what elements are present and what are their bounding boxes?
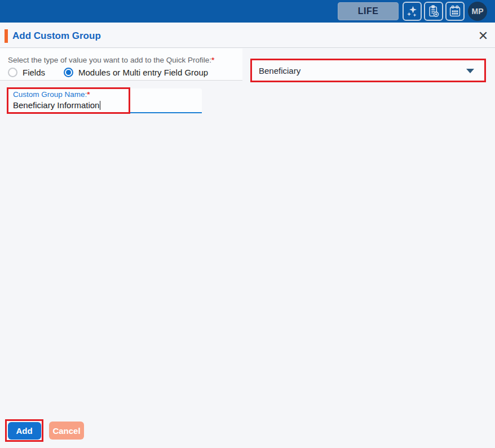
sparkles-button[interactable] — [403, 2, 422, 21]
clipboard-add-button[interactable] — [424, 2, 443, 21]
user-avatar[interactable]: MP — [468, 2, 487, 21]
title-accent-bar — [5, 29, 8, 43]
module-dropdown[interactable]: Beneficiary — [252, 60, 484, 81]
life-product-button[interactable]: LIFE — [338, 2, 399, 20]
group-name-value[interactable]: Beneficiary Information — [13, 100, 100, 110]
value-type-radio-group: Fields Modules or Multi entry Field Grou… — [8, 68, 208, 77]
add-button[interactable]: Add — [8, 422, 41, 440]
radio-modules-label: Modules or Multi entry Field Group — [78, 68, 208, 77]
module-dropdown-value: Beneficiary — [259, 66, 300, 76]
add-custom-group-page: LIFE — [0, 0, 495, 448]
page-title: Add Custom Group — [12, 29, 101, 43]
add-button-highlight: Add — [5, 419, 43, 442]
radio-fields[interactable]: Fields — [8, 68, 45, 77]
clipboard-add-icon — [426, 4, 441, 19]
value-type-label-text: Select the type of value you want to add… — [8, 56, 211, 64]
dialog-header: Add Custom Group ✕ — [0, 23, 495, 48]
required-asterisk: * — [211, 56, 214, 64]
module-dropdown-highlight: Beneficiary — [250, 59, 486, 82]
group-name-label: Custom Group Name:* — [13, 90, 90, 99]
calendar-button[interactable] — [445, 2, 465, 21]
chevron-down-icon — [466, 69, 474, 73]
close-icon[interactable]: ✕ — [476, 29, 490, 43]
text-cursor — [100, 101, 100, 110]
required-asterisk: * — [87, 90, 90, 99]
sparkles-icon — [405, 4, 419, 19]
radio-fields-label: Fields — [23, 68, 45, 77]
topbar: LIFE — [0, 0, 495, 23]
value-type-section: Select the type of value you want to add… — [0, 48, 242, 81]
group-name-highlight: Custom Group Name:* Beneficiary Informat… — [7, 87, 130, 114]
group-name-value-text: Beneficiary Information — [13, 100, 99, 110]
cancel-button[interactable]: Cancel — [49, 422, 84, 440]
radio-modules[interactable]: Modules or Multi entry Field Group — [64, 68, 208, 77]
value-type-label: Select the type of value you want to add… — [8, 56, 214, 64]
radio-modules-circle[interactable] — [64, 68, 73, 77]
radio-fields-circle[interactable] — [8, 68, 17, 77]
group-name-label-text: Custom Group Name: — [13, 90, 87, 99]
calendar-icon — [448, 4, 462, 19]
